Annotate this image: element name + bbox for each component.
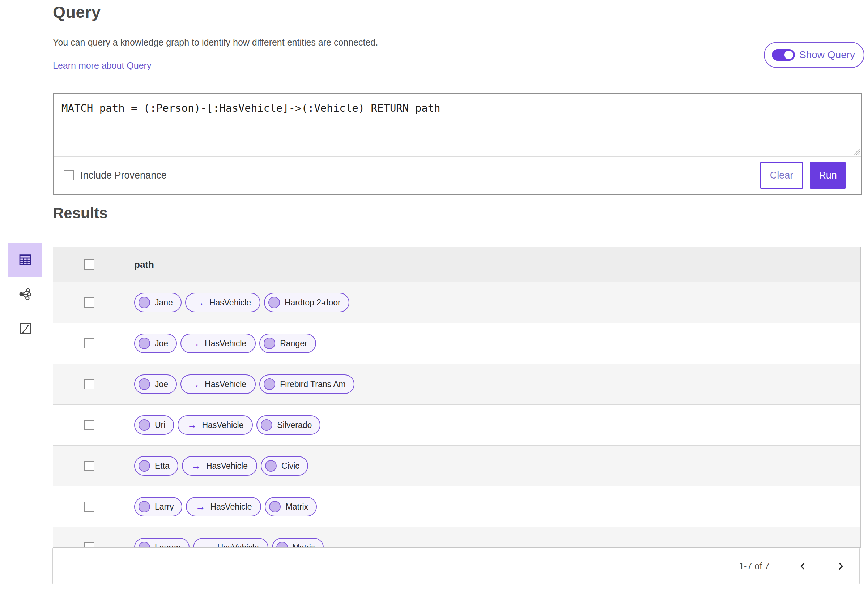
entity-label: Joe	[155, 339, 168, 348]
relationship-pill[interactable]: → HasVehicle	[186, 497, 261, 517]
sidebar-item-link-chart-view[interactable]	[8, 277, 42, 311]
table-row: Lauren → HasVehicle Matrix	[53, 527, 861, 548]
row-check-cell	[53, 486, 125, 527]
toggle-knob	[784, 51, 793, 59]
node-icon	[139, 419, 150, 431]
table-icon	[18, 253, 32, 267]
show-query-label: Show Query	[799, 49, 855, 61]
relationship-pill[interactable]: → HasVehicle	[182, 456, 257, 476]
row-check-cell	[53, 323, 125, 364]
previous-page-button[interactable]	[798, 561, 807, 571]
node-icon	[139, 460, 150, 472]
table-row: Joe → HasVehicle Ranger	[53, 323, 861, 364]
include-provenance-label: Include Provenance	[80, 170, 167, 181]
select-all-checkbox[interactable]	[84, 259, 94, 269]
row-checkbox[interactable]	[84, 338, 94, 348]
node-icon	[269, 297, 280, 308]
entity-label: Ranger	[280, 339, 307, 348]
row-checkbox[interactable]	[84, 297, 94, 308]
query-input[interactable]: MATCH path = (:Person)-[:HasVehicle]->(:…	[53, 94, 862, 156]
arrow-right-icon: →	[191, 461, 201, 471]
entity-pill-source[interactable]: Uri	[134, 415, 174, 435]
pagination-range: 1-7 of 7	[739, 561, 770, 571]
arrow-right-icon: →	[190, 339, 200, 348]
row-check-cell	[53, 446, 125, 486]
relationship-label: HasVehicle	[210, 298, 251, 308]
row-checkbox[interactable]	[84, 420, 94, 430]
entity-pill-target[interactable]: Matrix	[265, 497, 317, 517]
view-switcher	[8, 243, 42, 346]
resize-handle-icon[interactable]	[852, 147, 861, 155]
relationship-pill[interactable]: → HasVehicle	[185, 293, 260, 312]
relationship-label: HasVehicle	[205, 380, 246, 389]
arrow-right-icon: →	[195, 298, 204, 308]
relationship-pill[interactable]: → HasVehicle	[180, 374, 256, 394]
show-query-toggle[interactable]: Show Query	[764, 42, 864, 68]
sidebar-item-table-view[interactable]	[8, 243, 42, 277]
row-check-cell	[53, 527, 125, 548]
header-path-cell: path	[125, 247, 861, 282]
relationship-pill[interactable]: → HasVehicle	[180, 334, 256, 353]
entity-pill-source[interactable]: Larry	[134, 497, 182, 517]
table-row: Jane → HasVehicle Hardtop 2-door	[53, 282, 861, 323]
path-column-header: path	[134, 259, 154, 270]
entity-pill-target[interactable]: Matrix	[272, 538, 324, 548]
table-row: Joe → HasVehicle Firebird Trans Am	[53, 364, 861, 405]
row-checkbox[interactable]	[84, 461, 94, 471]
entity-pill-target[interactable]: Ranger	[259, 334, 316, 353]
row-path-cell: Joe → HasVehicle Ranger	[125, 323, 861, 364]
learn-more-link[interactable]: Learn more about Query	[53, 60, 151, 71]
table-body: Jane → HasVehicle Hardtop 2-door Joe → H…	[53, 282, 861, 548]
row-path-cell: Etta → HasVehicle Civic	[125, 446, 861, 486]
arrow-right-icon: →	[195, 502, 205, 512]
relationship-label: HasVehicle	[202, 420, 244, 430]
relationship-label: HasVehicle	[206, 461, 248, 471]
toggle-switch-icon[interactable]	[772, 49, 795, 61]
node-icon	[139, 297, 150, 308]
sidebar-item-map-view[interactable]	[8, 311, 42, 346]
relationship-pill[interactable]: → HasVehicle	[193, 538, 269, 548]
entity-label: Uri	[155, 420, 165, 430]
next-page-button[interactable]	[836, 561, 846, 571]
node-icon	[276, 542, 288, 548]
chevron-left-icon	[798, 561, 807, 571]
entity-pill-source[interactable]: Etta	[134, 456, 178, 476]
entity-label: Etta	[155, 461, 170, 471]
row-checkbox[interactable]	[84, 542, 94, 548]
node-icon	[139, 501, 150, 512]
chevron-right-icon	[836, 561, 846, 571]
query-actions-bar: Include Provenance Clear Run	[53, 157, 862, 194]
run-button[interactable]: Run	[810, 162, 846, 188]
arrow-right-icon: →	[202, 543, 212, 548]
node-icon	[139, 542, 150, 548]
table-header-row: path	[53, 247, 861, 282]
entity-label: Firebird Trans Am	[280, 380, 346, 389]
arrow-right-icon: →	[187, 420, 197, 430]
row-checkbox[interactable]	[84, 502, 94, 512]
entity-pill-source[interactable]: Joe	[134, 334, 177, 353]
entity-label: Civic	[281, 461, 300, 471]
row-path-cell: Jane → HasVehicle Hardtop 2-door	[125, 282, 861, 323]
results-title: Results	[53, 205, 108, 222]
arrow-right-icon: →	[190, 380, 200, 389]
query-editor: MATCH path = (:Person)-[:HasVehicle]->(:…	[53, 94, 862, 157]
entity-pill-target[interactable]: Silverado	[257, 415, 320, 435]
entity-pill-source[interactable]: Joe	[134, 374, 177, 394]
node-icon	[264, 378, 275, 390]
entity-pill-target[interactable]: Firebird Trans Am	[259, 374, 354, 394]
node-icon	[261, 419, 272, 431]
entity-label: Joe	[155, 380, 168, 389]
clear-button[interactable]: Clear	[760, 162, 803, 188]
include-provenance-checkbox[interactable]	[63, 170, 74, 180]
row-path-cell: Uri → HasVehicle Silverado	[125, 405, 861, 445]
entity-pill-source[interactable]: Jane	[134, 293, 182, 312]
entity-label: Hardtop 2-door	[285, 298, 341, 308]
entity-pill-source[interactable]: Lauren	[134, 538, 189, 548]
node-icon	[265, 460, 277, 472]
entity-pill-target[interactable]: Civic	[261, 456, 308, 476]
entity-pill-target[interactable]: Hardtop 2-door	[264, 293, 349, 312]
relationship-pill[interactable]: → HasVehicle	[177, 415, 253, 435]
relationship-label: HasVehicle	[210, 502, 252, 512]
row-checkbox[interactable]	[84, 379, 94, 389]
table-row: Larry → HasVehicle Matrix	[53, 486, 861, 527]
